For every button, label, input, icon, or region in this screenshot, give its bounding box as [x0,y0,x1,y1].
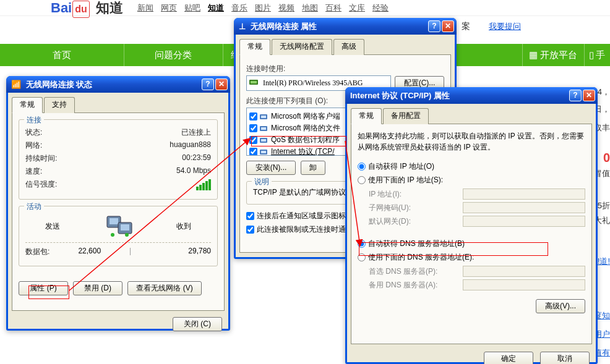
topnav-item[interactable]: 百科 [325,3,342,12]
close-button[interactable]: ✕ [442,20,454,32]
tab-general[interactable]: 常规 [12,97,43,113]
grid-icon: ▦ [529,44,538,66]
svg-rect-9 [261,116,266,118]
tab-wireless[interactable]: 无线网络配置 [272,39,332,55]
file-icon [260,125,268,132]
svg-rect-13 [261,139,266,142]
advanced-button[interactable]: 高级(V)... [536,299,585,313]
help-button[interactable]: ? [202,78,214,90]
wifi-status-titlebar[interactable]: 📶 无线网络连接 状态 ? ✕ [6,76,230,93]
logo-part-zhidao: 知道 [96,0,123,15]
cancel-button[interactable]: 取消 [540,352,590,364]
radio-auto-ip-label: 自动获得 IP 地址(O) [368,161,434,172]
navbar-home[interactable]: 首页 [0,44,124,66]
protocol-item-checkbox[interactable] [249,124,257,132]
topnav-item[interactable]: 图片 [255,3,271,12]
topnav-item[interactable]: 贴吧 [184,3,200,12]
topnav-item[interactable]: 视频 [278,3,294,12]
topnav-item[interactable]: 文库 [349,3,365,12]
search-button-fragment[interactable]: 案 [462,21,470,31]
signal-strength-icon [196,179,211,190]
radio-auto-dns[interactable]: 自动获得 DNS 服务器地址(B) [358,239,585,249]
svg-rect-1 [110,218,118,224]
dns1-field[interactable] [463,266,585,277]
topnav-item[interactable]: 网页 [161,3,177,12]
tab-support[interactable]: 支持 [44,97,75,113]
tab-general[interactable]: 常规 [351,108,382,124]
svg-rect-11 [261,127,266,130]
wifi-status-window: 📶 无线网络连接 状态 ? ✕ 常规 支持 连接 状态:已连接上 网络:huag… [6,76,230,331]
help-button[interactable]: ? [569,90,582,101]
show-icon-label: 连接后在通知区域显示图标 [257,211,346,221]
tcpip-properties-window: Internet 协议 (TCP/IP) 属性 ? ✕ 常规 备用配置 如果网络… [345,87,598,364]
tcpip-titlebar[interactable]: Internet 协议 (TCP/IP) 属性 ? ✕ [345,87,598,104]
view-networks-button[interactable]: 查看无线网络 (V) [127,281,202,295]
help-button[interactable]: ? [428,20,440,32]
legend-description: 说明 [252,177,272,187]
navbar-mobile[interactable]: ▯ 手 [584,44,610,66]
disable-button[interactable]: 禁用 (D) [73,281,122,295]
svg-rect-15 [261,151,266,153]
label-ip: IP 地址(I): [369,189,463,200]
protocol-item-checkbox[interactable] [249,136,257,144]
ask-link[interactable]: 我要提问 [489,21,521,32]
radio-manual-dns[interactable]: 使用下面的 DNS 服务器地址(E): [358,252,585,263]
qos-icon [260,137,268,144]
label-gw: 默认网关(D): [369,216,463,227]
wifi-properties-titlebar[interactable]: ⊥ 无线网络连接 属性 ? ✕ [234,18,457,35]
gw-field[interactable] [463,216,585,227]
close-button[interactable]: ✕ [215,78,228,90]
topnav-item[interactable]: 经验 [372,3,389,12]
svg-rect-7 [251,81,257,83]
navbar-open-platform[interactable]: ▦ 开放平台 [522,44,584,66]
window-title: Internet 协议 (TCP/IP) 属性 [350,91,450,100]
window-icon: ⊥ [239,22,246,31]
logo-part-bai: Bai [51,0,72,15]
activity-group: 活动 发送 收到 数据包: 22,600 [19,206,218,266]
value-packets-sent: 22,600 [49,247,129,257]
protocol-item-checkbox[interactable] [249,148,257,156]
uninstall-button[interactable]: 卸 [301,161,325,175]
radio-auto-ip[interactable]: 自动获得 IP 地址(O) [358,161,585,172]
install-button[interactable]: 安装(N)... [246,161,296,175]
label-signal: 信号强度: [25,179,57,190]
protocol-item-label: Microsoft 网络的文件 [271,123,340,133]
properties-button[interactable]: 属性 (P) [19,281,68,295]
limited-conn-check-input[interactable] [246,226,254,234]
radio-manual-ip-input[interactable] [358,176,366,184]
value-duration: 00:23:59 [182,153,211,164]
navbar-category[interactable]: 问题分类 [124,44,223,66]
svg-point-4 [111,233,114,237]
label-duration: 持续时间: [25,153,57,164]
label-recv: 收到 [176,221,191,232]
close-window-button[interactable]: 关闭 (C) [173,317,222,331]
radio-manual-dns-label: 使用下面的 DNS 服务器地址(E): [368,252,474,263]
tab-general[interactable]: 常规 [239,39,270,55]
label-dns1: 首选 DNS 服务器(P): [369,266,463,277]
topnav-item[interactable]: 音乐 [231,3,247,12]
ok-button[interactable]: 确定 [484,352,533,364]
connection-group: 连接 状态:已连接上 网络:huaguan888 持续时间:00:23:59 速… [19,119,218,200]
protocol-item-label: QoS 数据包计划程序 [271,135,340,145]
radio-manual-ip[interactable]: 使用下面的 IP 地址(S): [358,175,585,185]
svg-rect-3 [121,224,129,231]
topnav-item[interactable]: 新闻 [137,3,153,12]
mask-field[interactable] [463,202,585,213]
svg-point-5 [125,233,129,237]
radio-auto-dns-input[interactable] [358,240,366,248]
topnav-item[interactable]: 地图 [302,3,318,12]
topnav-item[interactable]: 知道 [208,3,224,12]
tab-advanced[interactable]: 高级 [333,39,364,55]
show-icon-check-input[interactable] [246,212,254,220]
radio-auto-ip-input[interactable] [358,163,366,171]
close-button[interactable]: ✕ [583,90,595,101]
radio-manual-dns-input[interactable] [358,253,366,261]
dns2-field[interactable] [463,279,585,290]
adapter-name: Intel(R) PRO/Wireless 3945ABG [263,78,363,88]
tab-alternate[interactable]: 备用配置 [383,108,429,124]
bg-count-number: 0 [603,151,610,165]
site-logo: Baidu 知道 [51,0,123,16]
ip-field[interactable] [463,188,585,200]
bg-link-frag[interactable]: !道! [598,256,610,267]
protocol-item-checkbox[interactable] [249,112,257,121]
